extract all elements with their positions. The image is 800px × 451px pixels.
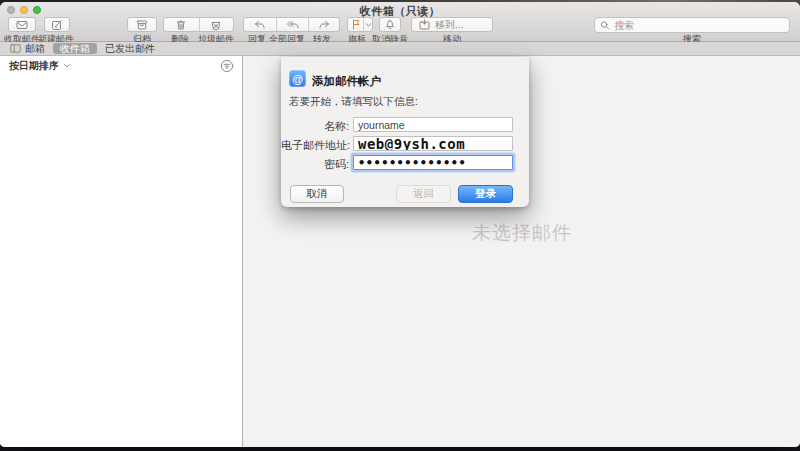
archive-button[interactable] xyxy=(127,17,157,32)
search-icon xyxy=(600,20,610,31)
add-mail-account-dialog: @ 添加邮件帐户 若要开始，请填写以下信息: 名称: 电子邮件地址: 密码: 取… xyxy=(281,57,529,207)
sort-label: 按日期排序 xyxy=(9,59,59,73)
favorites-item-mailboxes[interactable]: 邮箱 xyxy=(10,42,45,56)
back-button: 返回 xyxy=(396,185,451,203)
reply-arrow-icon xyxy=(254,20,266,30)
dialog-title: 添加邮件帐户 xyxy=(312,74,381,89)
filter-icon xyxy=(220,59,234,73)
sidebar-panel-icon xyxy=(10,44,21,53)
password-field-label: 密码: xyxy=(281,157,349,172)
get-mail-button[interactable] xyxy=(8,17,36,32)
close-button[interactable] xyxy=(7,6,15,14)
delete-junk-group xyxy=(163,17,234,32)
email-field-label: 电子邮件地址: xyxy=(281,138,349,153)
flag-button-group xyxy=(347,17,373,32)
junk-bin-icon xyxy=(210,19,222,31)
password-row: 密码: xyxy=(281,155,529,170)
favorites-item-sent[interactable]: 已发出邮件 xyxy=(105,42,155,56)
compose-button[interactable] xyxy=(44,17,70,32)
login-button[interactable]: 登录 xyxy=(458,185,513,203)
minimize-button[interactable] xyxy=(20,6,28,14)
no-message-selected-text: 未选择邮件 xyxy=(244,220,800,246)
reply-all-button[interactable] xyxy=(276,18,308,31)
trash-icon xyxy=(175,19,187,31)
favorites-item-inbox-selected[interactable]: 收件箱 xyxy=(53,43,97,54)
sort-by-date-button[interactable]: 按日期排序 xyxy=(0,56,242,75)
chevron-down-icon xyxy=(365,22,372,28)
forward-button[interactable] xyxy=(308,18,339,31)
move-to-button[interactable]: 移到... xyxy=(411,17,493,32)
email-field[interactable] xyxy=(353,136,513,151)
search-input[interactable] xyxy=(614,20,784,31)
name-field[interactable] xyxy=(353,117,513,132)
delete-button[interactable] xyxy=(164,18,199,31)
reply-group xyxy=(243,17,340,32)
search-field-container xyxy=(594,17,790,33)
password-field[interactable] xyxy=(353,155,513,170)
flag-button[interactable] xyxy=(348,18,363,31)
mail-window: 收件箱（只读） 收取邮件 新建邮件 归档 删 xyxy=(0,2,800,447)
flag-icon xyxy=(351,19,361,30)
move-to-button-text: 移到... xyxy=(435,18,463,32)
compose-icon xyxy=(51,19,63,31)
message-list-pane: 按日期排序 xyxy=(0,56,243,447)
forward-arrow-icon xyxy=(318,20,330,30)
envelope-icon xyxy=(16,20,28,30)
zoom-button[interactable] xyxy=(33,6,41,14)
flag-dropdown-button[interactable] xyxy=(363,18,372,31)
name-field-label: 名称: xyxy=(281,119,349,134)
mute-button[interactable] xyxy=(379,17,401,32)
favorites-bar: 邮箱 收件箱 已发出邮件 xyxy=(0,42,800,56)
favorites-item-label: 邮箱 xyxy=(25,42,45,56)
reply-button[interactable] xyxy=(244,18,276,31)
filter-button[interactable] xyxy=(220,59,234,73)
toolbar: 收件箱（只读） 收取邮件 新建邮件 归档 删 xyxy=(0,2,800,42)
move-tray-icon xyxy=(419,19,430,30)
bell-icon xyxy=(384,19,396,31)
dialog-subtitle: 若要开始，请填写以下信息: xyxy=(289,95,418,109)
email-row: 电子邮件地址: xyxy=(281,136,529,151)
archive-box-icon xyxy=(136,19,148,31)
at-badge-icon: @ xyxy=(289,70,306,87)
reply-all-arrow-icon xyxy=(286,20,299,30)
junk-button[interactable] xyxy=(199,18,234,31)
traffic-lights xyxy=(7,6,41,14)
chevron-down-icon xyxy=(63,63,71,69)
name-row: 名称: xyxy=(281,117,529,132)
cancel-button[interactable]: 取消 xyxy=(290,185,344,203)
